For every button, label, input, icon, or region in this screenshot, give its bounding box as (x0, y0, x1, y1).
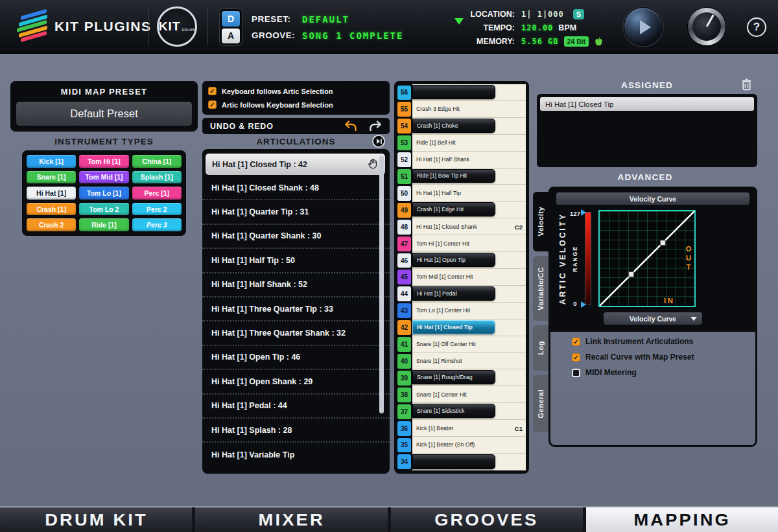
instrument-type-tom-hi-1[interactable]: Tom Hi [1] (79, 155, 128, 168)
instrument-type-perc-1[interactable]: Perc [1] (132, 187, 182, 200)
checkbox-checked-icon[interactable]: ✓ (208, 87, 217, 95)
tab-grooves[interactable]: GROOVES (391, 507, 583, 532)
articulations-scrollbar[interactable] (379, 156, 384, 413)
toggle-d-button[interactable]: D (222, 11, 240, 27)
instrument-type-crash-2[interactable]: Crash 2 (27, 218, 76, 231)
midi-map-preset-selector[interactable]: Default Preset (16, 102, 192, 126)
groove-value[interactable]: SONG 1 COMPLETE (302, 30, 403, 41)
instrument-type-tom-lo-2[interactable]: Tom Lo 2 (79, 203, 128, 216)
preset-value[interactable]: DEFAULT (302, 14, 349, 25)
keyboard-key-40[interactable]: 40Snare [1] Rimshot (397, 353, 526, 370)
keyboard-key-47[interactable]: 47Tom Hi [1] Center Hit (397, 235, 526, 252)
option-link-instrument-articulations[interactable]: ✓Link Instrument Articulations (572, 337, 694, 346)
keyboard-key-52[interactable]: 52Hi Hat [1] Half Shank (397, 152, 526, 168)
instrument-type-tom-lo-1[interactable]: Tom Lo [1] (79, 187, 128, 200)
assigned-articulation[interactable]: Hi Hat [1] Closed Tip (540, 97, 754, 111)
white-key-label: Tom Mid [1] Center Hit (416, 273, 473, 280)
key-black: Snare [1] Rough/Drag (412, 369, 526, 386)
keyboard-key-43[interactable]: 43Tom Lo [1] Center Hit (397, 303, 526, 319)
volume-knob[interactable] (687, 7, 726, 46)
articulation-item[interactable]: Hi Hat [1] Quarter Tip : 31 (202, 200, 390, 224)
keyboard-key-37[interactable]: 37Snare [1] Sidestick (397, 403, 526, 420)
velocity-curve-grid[interactable]: OUT IN (598, 210, 696, 307)
articulation-item[interactable]: Hi Hat [1] Closed Shank : 48 (202, 176, 390, 200)
keyboard-key-42[interactable]: 42Hi Hat [1] Closed Tip (397, 319, 526, 336)
toggle-a-button[interactable]: A (222, 29, 240, 44)
key-white: Tom Hi [1] Center Hit (412, 235, 526, 252)
tab-variable-cc[interactable]: Variable/CC (533, 256, 548, 321)
checkbox-checked-icon[interactable]: ✓ (572, 338, 580, 346)
option-artic-follows-keyboard-selection[interactable]: ✓Artic follows Keyboard Selection (208, 100, 384, 109)
range-handle-bottom[interactable] (581, 301, 586, 308)
tab-velocity[interactable]: Velocity (533, 192, 548, 251)
instrument-type-splash-1[interactable]: Splash [1] (132, 171, 182, 184)
checkbox-unchecked-icon[interactable] (572, 369, 580, 377)
articulation-item[interactable]: Hi Hat [1] Variable Tip (202, 443, 390, 467)
instrument-type-perc-3[interactable]: Perc 3 (132, 218, 182, 231)
instrument-type-crash-1[interactable]: Crash [1] (27, 203, 76, 216)
keyboard-key-51[interactable]: 51Ride [1] Bow Tip Hit (397, 168, 526, 185)
option-midi-metering[interactable]: MIDI Metering (572, 368, 694, 377)
instrument-type-ride-1[interactable]: Ride [1] (79, 218, 128, 231)
instrument-types-grid: Kick [1]Tom Hi [1]China [1]Snare [1]Tom … (22, 150, 186, 236)
keyboard-key-49[interactable]: 49Crash [1] Edge Hit (397, 202, 526, 218)
follow-options-panel: ✓Keyboard follows Artic Selection✓Artic … (202, 81, 390, 115)
articulation-item[interactable]: Hi Hat [1] Half Tip : 50 (202, 249, 390, 273)
keyboard-key-53[interactable]: 53Ride [1] Bell Hit (397, 135, 526, 152)
articulation-item[interactable]: Hi Hat [1] Half Shank : 52 (202, 273, 390, 297)
articulation-item[interactable]: Hi Hat [1] Three Quarter Shank : 32 (202, 321, 390, 345)
curve-type-dropdown[interactable]: Velocity Curve (604, 312, 702, 325)
articulation-item[interactable]: Hi Hat [1] Pedal : 44 (202, 395, 390, 419)
keyboard-key-38[interactable]: 38Snare [1] Center Hit (397, 386, 526, 403)
keyboard-key-48[interactable]: 48Hi Hat [1] Closed ShankC2 (397, 218, 526, 235)
instrument-type-tom-mid-1[interactable]: Tom Mid [1] (79, 171, 128, 184)
articulation-item[interactable]: Hi Hat [1] Splash : 28 (202, 419, 390, 443)
keyboard-key-56[interactable]: 56 (397, 84, 526, 101)
tempo-value: 120.00 (521, 23, 553, 32)
velocity-section: Velocity Curve ARTIC VELOCITY 127 RANGE … (548, 187, 757, 332)
redo-button[interactable] (369, 121, 382, 132)
play-button[interactable] (624, 7, 663, 46)
keyboard-key-34[interactable]: 34 (397, 454, 526, 470)
articulation-item[interactable]: Hi Hat [1] Quarter Shank : 30 (202, 225, 390, 249)
keyboard-key-39[interactable]: 39Snare [1] Rough/Drag (397, 369, 526, 386)
checkbox-checked-icon[interactable]: ✓ (572, 353, 580, 362)
tab-mapping[interactable]: MAPPING (586, 507, 778, 532)
keyboard-key-55[interactable]: 55Crash 3 Edge Hit (397, 101, 526, 118)
instrument-type-hi-hat-1[interactable]: Hi Hat [1] (27, 187, 76, 200)
instrument-type-china-1[interactable]: China [1] (132, 155, 182, 168)
option-keyboard-follows-artic-selection[interactable]: ✓Keyboard follows Artic Selection (208, 87, 384, 95)
keyboard-key-45[interactable]: 45Tom Mid [1] Center Hit (397, 269, 526, 286)
articulation-label: Hi Hat [1] Half Tip : 50 (211, 256, 295, 265)
white-key-label: Tom Hi [1] Center Hit (416, 240, 469, 247)
keyboard-key-54[interactable]: 54Crash [1] Choke (397, 118, 526, 135)
range-handle-top[interactable] (581, 209, 586, 216)
keyboard-key-46[interactable]: 46Hi Hat [1] Open Tip (397, 252, 526, 269)
tab-label: General (537, 389, 545, 418)
keyboard-key-50[interactable]: 50Hi Hat [1] Half Tip (397, 185, 526, 202)
delete-assignment-button[interactable] (741, 78, 752, 91)
option-recall-curve-with-map-preset[interactable]: ✓Recall Curve with Map Preset (572, 353, 694, 362)
kit-logo-text: KIT (159, 19, 181, 34)
articulation-item[interactable]: Hi Hat [1] Open Tip : 46 (202, 346, 390, 370)
tab-mixer[interactable]: MIXER (195, 507, 387, 532)
keyboard-key-35[interactable]: 35Kick [1] Beater (Sn Off) (397, 437, 526, 454)
instrument-type-snare-1[interactable]: Snare [1] (27, 171, 76, 184)
articulation-item-selected[interactable]: Hi Hat [1] Closed Tip : 42 (206, 154, 385, 175)
sync-badge[interactable]: S (573, 9, 584, 19)
instrument-type-kick-1[interactable]: Kick [1] (27, 155, 76, 168)
articulations-expand-button[interactable] (372, 135, 385, 148)
keyboard-key-41[interactable]: 41Snare [1] Off Center Hit (397, 336, 526, 353)
instrument-type-perc-2[interactable]: Perc 2 (132, 203, 182, 216)
velocity-range-slider[interactable] (582, 210, 593, 307)
keyboard-key-44[interactable]: 44Hi Hat [1] Pedal (397, 286, 526, 303)
undo-button[interactable] (344, 121, 357, 132)
keyboard-key-36[interactable]: 36Kick [1] BeaterC1 (397, 420, 526, 437)
tab-drum-kit[interactable]: DRUM KIT (0, 507, 192, 532)
tab-log[interactable]: Log (533, 325, 548, 371)
help-button[interactable]: ? (747, 17, 766, 37)
tab-general[interactable]: General (533, 375, 548, 432)
checkbox-checked-icon[interactable]: ✓ (208, 100, 217, 109)
articulation-item[interactable]: Hi Hat [1] Three Quarter Tip : 33 (202, 297, 390, 321)
articulation-item[interactable]: Hi Hat [1] Open Shank : 29 (202, 370, 390, 394)
